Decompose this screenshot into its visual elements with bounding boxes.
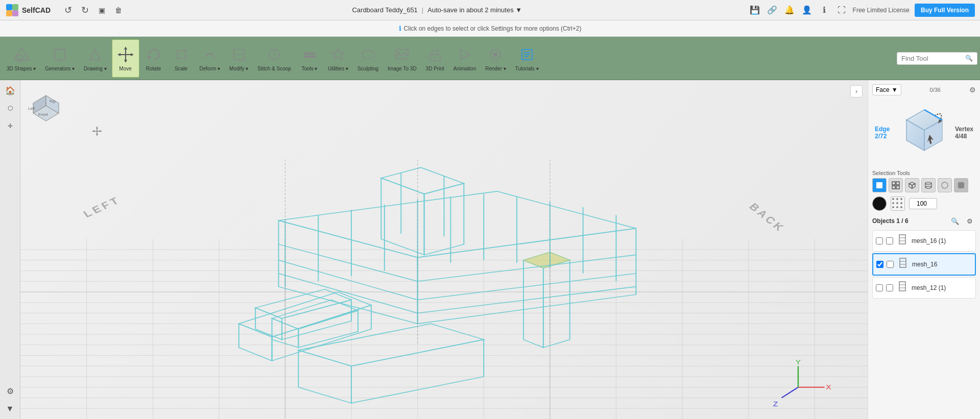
svg-marker-15 [148,56,152,60]
find-tool-input[interactable] [901,55,963,62]
license-text: Free Limited License [853,7,910,14]
box-select-tool[interactable] [872,178,887,192]
generators-label: Generators ▾ [45,66,75,71]
image-to-3d-icon [393,45,411,64]
panel-settings-icon[interactable]: ⚙ [969,86,976,94]
svg-text:Front: Front [38,112,48,117]
3d-print-icon [426,45,444,64]
object-checkbox-mesh-16-1[interactable] [886,237,893,244]
svg-point-32 [493,53,497,57]
stitch-icon [265,45,283,64]
tool-sculpting[interactable]: Sculpting [353,39,383,78]
tool-rotate[interactable]: Rotate [140,39,167,78]
svg-rect-153 [900,258,906,267]
svg-text:Left: Left [28,106,35,111]
tool-utilities[interactable]: Utilities ▾ [324,39,352,78]
object-list: mesh_16 (1)mesh_16mesh_12 (1) [872,230,976,299]
sidebar-move-icon[interactable]: ✛ [3,118,18,134]
fullscreen-icon[interactable]: ⛶ [835,4,848,16]
topbar-right: 💾 🔗 🔔 👤 ℹ ⛶ Free Limited License Buy Ful… [749,4,975,17]
tool-tutorials[interactable]: Tutorials ▾ [511,39,543,78]
tools-label: Tools ▾ [301,66,317,71]
search-icon: 🔍 [965,55,973,62]
user-icon[interactable]: 👤 [801,4,813,16]
svg-point-145 [925,182,931,184]
svg-rect-149 [958,182,964,188]
tool-deform[interactable]: Deform ▾ [196,39,225,78]
info-circle-icon: ℹ [399,24,401,32]
render-icon [486,45,505,64]
tool-scale[interactable]: Scale [168,39,195,78]
object-checkbox-mesh-16[interactable] [887,261,894,268]
face-mode-select[interactable]: Face ▼ [872,84,901,95]
cylinder-select-tool[interactable] [921,178,936,192]
svg-rect-3 [12,10,18,16]
redo-button[interactable]: ↻ [78,3,92,17]
tool-move[interactable]: Move [112,39,139,78]
svg-marker-93 [282,300,351,340]
tool-animation[interactable]: Animation [449,39,480,78]
save-icon[interactable]: 💾 [749,4,761,16]
tool-stitch[interactable]: Stitch & Scoop [253,39,295,78]
sculpting-label: Sculpting [357,66,378,71]
tool-modify[interactable]: Modify ▾ [225,39,252,78]
undo-button[interactable]: ↺ [61,3,75,17]
settings-button[interactable]: ⚙ [3,383,18,399]
tool-tools[interactable]: Tools ▾ [296,39,323,78]
tool-3d-print[interactable]: 3D Print [422,39,448,78]
object-item-mesh-16[interactable]: mesh_16 [872,253,976,276]
object-item-mesh-12-1[interactable]: mesh_12 (1) [872,277,976,299]
tool-render[interactable]: Render ▾ [481,39,510,78]
view-3d-button[interactable]: ⬡ [3,101,18,116]
tool-image-to-3d[interactable]: Image To 3D [384,39,421,78]
svg-marker-100 [298,324,484,366]
edge-mode-button[interactable]: Edge 2/72 [875,126,890,140]
share-icon[interactable]: 🔗 [766,4,778,16]
move-label: Move [119,66,131,71]
object-item-mesh-16-1[interactable]: mesh_16 (1) [872,230,976,252]
notification-icon[interactable]: 🔔 [783,4,796,16]
home-button[interactable]: 🏠 [3,83,18,98]
info-icon[interactable]: ℹ [818,4,830,16]
expand-panel-button[interactable]: › [850,85,863,97]
drawing-label: Drawing ▾ [84,66,106,71]
opacity-input[interactable] [909,198,937,209]
object-checkbox-mesh-12-1[interactable] [876,284,883,291]
buy-full-version-button[interactable]: Buy Full Version [915,4,975,17]
paint-select-tool[interactable] [954,178,968,192]
object-checkbox-mesh-16[interactable] [876,261,883,268]
search-objects-icon[interactable]: 🔍 [949,215,961,227]
copy-button[interactable]: ▣ [94,3,109,17]
svg-text:Z: Z [773,401,778,408]
svg-marker-48 [100,130,102,132]
stitch-label: Stitch & Scoop [257,66,291,71]
object-checkbox-mesh-16-1[interactable] [876,237,883,244]
object-icon-mesh-12-1 [896,280,909,295]
cube-navigator[interactable]: Front Left Top [26,85,66,126]
svg-rect-137 [876,182,882,188]
3d-cube-viewer [896,105,952,161]
rotate-label: Rotate [146,66,161,71]
object-checkbox-mesh-12-1[interactable] [886,284,893,291]
autosave-dropdown-arrow[interactable]: ▼ [515,6,522,14]
sphere-select-tool[interactable] [889,178,903,192]
svg-line-118 [278,274,417,313]
svg-marker-78 [278,191,636,258]
tool-generators[interactable]: Generators ▾ [41,39,79,78]
cube-select-tool[interactable] [905,178,919,192]
expand-down-button[interactable]: ▼ [3,401,18,416]
tool-shapes-3d[interactable]: 3D Shapes ▾ [3,39,40,78]
lasso-select-tool[interactable] [938,178,952,192]
deform-label: Deform ▾ [200,66,221,71]
tool-drawing[interactable]: Drawing ▾ [80,39,110,78]
vertex-mode-button[interactable]: Vertex 4/48 [955,126,973,140]
selection-tools-row [872,178,976,192]
pattern-swatch[interactable] [891,196,905,211]
face-mode-arrow: ▼ [892,86,898,93]
move-icon [116,45,135,64]
color-swatch[interactable] [872,196,887,211]
undo-redo-group: ↺ ↻ ▣ 🗑 [61,3,126,17]
viewport[interactable]: Front Left Top [20,80,868,419]
delete-button[interactable]: 🗑 [111,3,126,17]
objects-settings-icon[interactable]: ⚙ [964,215,976,227]
